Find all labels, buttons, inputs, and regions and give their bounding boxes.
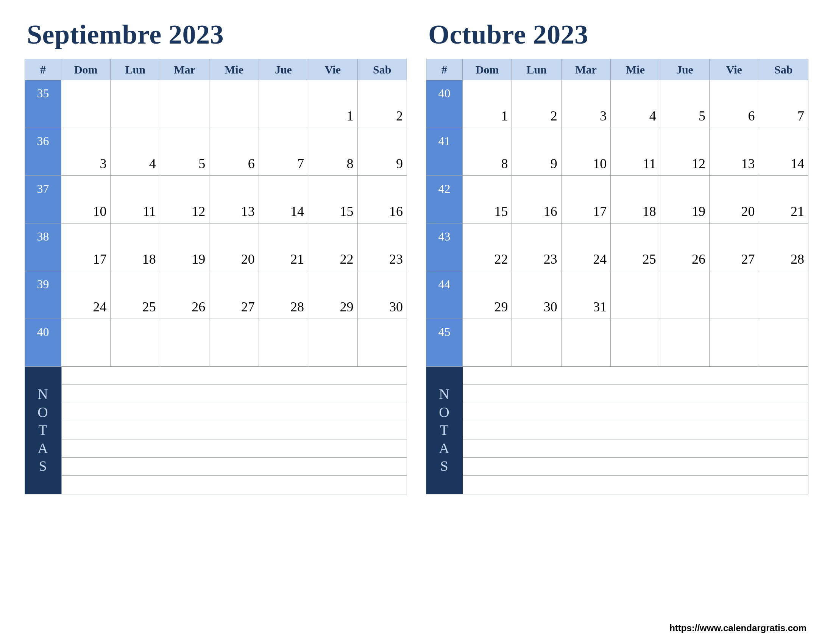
weekday-header-row: # Dom Lun Mar Mie Jue Vie Sab [25,59,407,80]
day-cell [660,319,709,367]
day-cell: 15 [463,176,512,224]
note-line[interactable] [463,476,808,494]
week-number-cell: 43 [426,224,463,271]
day-cell: 8 [463,128,512,176]
day-cell: 27 [709,224,759,271]
note-line[interactable] [463,421,808,440]
week-number-cell: 42 [426,176,463,224]
week-number-header: # [25,59,61,80]
day-cell: 22 [308,224,357,271]
weekday-header: Jue [259,59,308,80]
day-cell: 7 [759,80,808,128]
day-cell: 1 [463,80,512,128]
week-number-cell: 40 [25,319,61,367]
day-cell: 20 [709,176,759,224]
note-line[interactable] [61,457,407,476]
day-cell: 11 [611,128,660,176]
day-cell: 22 [463,224,512,271]
calendar-week-row: 4215161718192021 [426,176,808,224]
day-cell: 16 [512,176,561,224]
day-cell: 25 [111,271,160,319]
note-line[interactable] [61,440,407,457]
week-number-cell: 38 [25,224,61,271]
day-cell: 12 [660,128,709,176]
day-cell: 26 [160,271,209,319]
day-cell: 4 [111,128,160,176]
note-line[interactable] [463,385,808,403]
note-line[interactable] [61,367,407,385]
day-cell [160,80,209,128]
day-cell: 25 [611,224,660,271]
calendar-table: # Dom Lun Mar Mie Jue Vie Sab 4012345674… [426,59,808,494]
month-title: Septiembre 2023 [27,19,407,50]
week-number-cell: 41 [426,128,463,176]
weekday-header: Sab [759,59,808,80]
note-line[interactable] [61,403,407,421]
weekday-header: Vie [709,59,759,80]
day-cell: 23 [512,224,561,271]
day-cell: 30 [357,271,407,319]
day-cell [259,80,308,128]
day-cell: 24 [561,224,610,271]
note-line[interactable] [463,457,808,476]
notes-label-letter: O [439,403,450,422]
week-number-cell: 44 [426,271,463,319]
week-number-cell: 45 [426,319,463,367]
notes-label: NOTAS [25,367,61,494]
weekday-header: Mar [561,59,610,80]
day-cell: 2 [512,80,561,128]
footer-url: https://www.calendargratis.com [669,623,807,633]
day-cell [709,271,759,319]
day-cell [61,319,111,367]
note-line[interactable] [61,421,407,440]
calendar-week-row: 401234567 [426,80,808,128]
day-cell [111,80,160,128]
day-cell: 30 [512,271,561,319]
day-cell: 19 [160,224,209,271]
day-cell: 9 [512,128,561,176]
week-number-cell: 39 [25,271,61,319]
note-line[interactable] [463,367,808,385]
notes-section: NOTAS [25,367,407,494]
day-cell: 14 [259,176,308,224]
month-block-right: Octubre 2023 # Dom Lun Mar Mie Jue Vie S… [426,19,808,494]
day-cell: 3 [61,128,111,176]
notes-label: NOTAS [426,367,463,494]
day-cell: 15 [308,176,357,224]
day-cell: 28 [259,271,308,319]
day-cell: 18 [611,176,660,224]
week-number-cell: 40 [426,80,463,128]
calendar-week-row: 3924252627282930 [25,271,407,319]
week-number-header: # [426,59,463,80]
day-cell: 8 [308,128,357,176]
day-cell: 2 [357,80,407,128]
day-cell [611,271,660,319]
day-cell [209,80,259,128]
day-cell: 7 [259,128,308,176]
note-line[interactable] [61,476,407,494]
notes-label-letter: A [37,440,48,457]
day-cell: 28 [759,224,808,271]
day-cell: 21 [759,176,808,224]
day-cell: 5 [660,80,709,128]
notes-label-letter: N [439,385,450,403]
notes-label-letter: T [440,421,449,440]
weekday-header: Mie [209,59,259,80]
note-line[interactable] [61,385,407,403]
day-cell: 21 [259,224,308,271]
day-cell [660,271,709,319]
day-cell: 5 [160,128,209,176]
day-cell: 17 [61,224,111,271]
note-line[interactable] [463,440,808,457]
month-block-left: Septiembre 2023 # Dom Lun Mar Mie Jue Vi… [25,19,407,494]
calendar-week-row: 44293031 [426,271,808,319]
day-cell: 11 [111,176,160,224]
note-line[interactable] [463,403,808,421]
day-cell: 18 [111,224,160,271]
calendar-week-row: 3512 [25,80,407,128]
day-cell [308,319,357,367]
day-cell [357,319,407,367]
day-cell: 20 [209,224,259,271]
day-cell: 10 [61,176,111,224]
month-title: Octubre 2023 [428,19,808,50]
